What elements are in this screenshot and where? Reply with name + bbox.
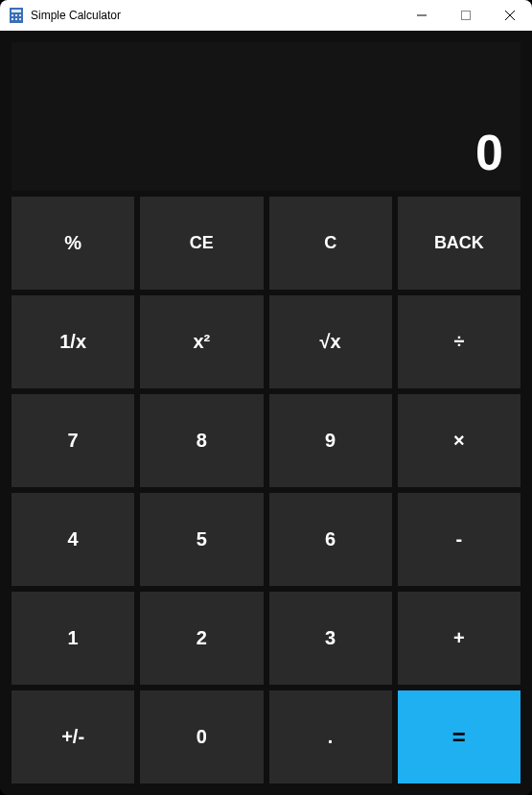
one-key[interactable]: 1 xyxy=(12,592,134,685)
app-window: Simple Calculator 0 % CE C BACK 1/x x² √… xyxy=(0,0,532,795)
svg-rect-6 xyxy=(15,18,17,20)
three-key[interactable]: 3 xyxy=(269,592,392,685)
six-key[interactable]: 6 xyxy=(269,493,392,586)
square-key[interactable]: x² xyxy=(140,295,263,388)
display: 0 xyxy=(12,42,520,191)
svg-rect-5 xyxy=(12,18,13,20)
reciprocal-key[interactable]: 1/x xyxy=(12,295,134,388)
minimize-button[interactable] xyxy=(400,0,444,31)
svg-rect-9 xyxy=(462,12,471,20)
multiply-key[interactable]: × xyxy=(398,394,520,487)
titlebar-left: Simple Calculator xyxy=(0,8,121,23)
backspace-key[interactable]: BACK xyxy=(398,197,520,290)
equals-key[interactable]: = xyxy=(398,690,520,783)
seven-key[interactable]: 7 xyxy=(12,394,134,487)
close-button[interactable] xyxy=(488,0,532,31)
svg-rect-2 xyxy=(12,14,13,16)
nine-key[interactable]: 9 xyxy=(269,394,392,487)
svg-rect-1 xyxy=(12,10,21,12)
sqrt-key[interactable]: √x xyxy=(269,295,392,388)
zero-key[interactable]: 0 xyxy=(140,690,263,783)
calculator-body: 0 % CE C BACK 1/x x² √x ÷ 7 8 9 × 4 5 6 … xyxy=(0,31,532,795)
subtract-key[interactable]: - xyxy=(398,493,520,586)
window-title: Simple Calculator xyxy=(31,9,121,22)
negate-key[interactable]: +/- xyxy=(12,690,134,783)
divide-key[interactable]: ÷ xyxy=(398,295,520,388)
clear-entry-key[interactable]: CE xyxy=(140,197,263,290)
four-key[interactable]: 4 xyxy=(12,493,134,586)
decimal-key[interactable]: . xyxy=(269,690,392,783)
maximize-button[interactable] xyxy=(444,0,488,31)
svg-rect-3 xyxy=(15,14,17,16)
eight-key[interactable]: 8 xyxy=(140,394,263,487)
two-key[interactable]: 2 xyxy=(140,592,263,685)
clear-key[interactable]: C xyxy=(269,197,392,290)
add-key[interactable]: + xyxy=(398,592,520,685)
percent-key[interactable]: % xyxy=(12,197,134,290)
calculator-icon xyxy=(10,8,23,23)
svg-rect-7 xyxy=(19,18,21,20)
five-key[interactable]: 5 xyxy=(140,493,263,586)
titlebar: Simple Calculator xyxy=(0,0,532,31)
window-controls xyxy=(400,0,532,31)
svg-rect-4 xyxy=(19,14,21,16)
keypad: % CE C BACK 1/x x² √x ÷ 7 8 9 × 4 5 6 - … xyxy=(12,197,520,783)
